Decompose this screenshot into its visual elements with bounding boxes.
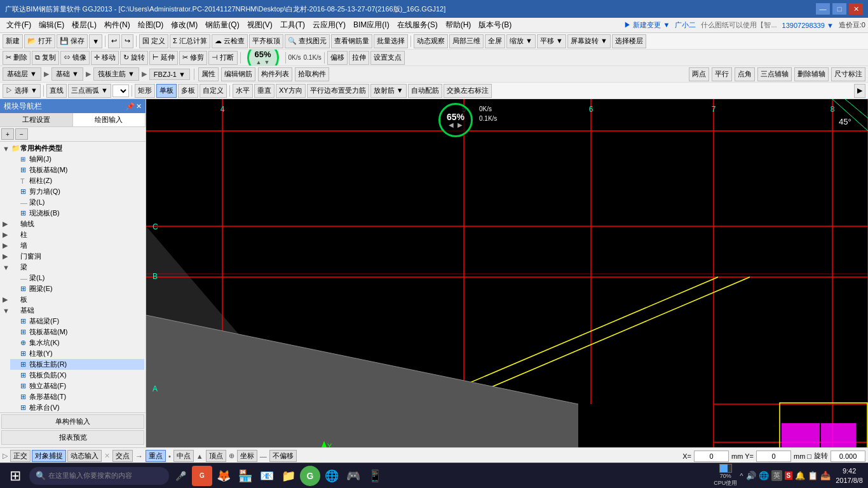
floor-dropdown[interactable]: 基础层 ▼ — [3, 67, 41, 81]
component-id-dropdown[interactable]: FBZJ-1 ▼ — [149, 69, 190, 80]
tab-project-settings[interactable]: 工程设置 — [0, 113, 73, 126]
line-type-select[interactable] — [112, 85, 129, 97]
snap-coord-btn[interactable]: 坐标 — [237, 450, 257, 462]
snap-dynamic-btn[interactable]: 动态输入 — [67, 450, 102, 462]
toggle-slab[interactable]: ▶ — [3, 295, 11, 304]
swap-lr-annot-btn[interactable]: 交换左右标注 — [444, 84, 492, 98]
view-steel-btn[interactable]: 查看钢筋量 — [331, 34, 372, 48]
category-dropdown[interactable]: 基础 ▼ — [51, 67, 83, 81]
point-angle-btn[interactable]: 点角 — [735, 67, 755, 81]
menu-draw[interactable]: 绘图(D) — [134, 18, 168, 32]
minimize-button[interactable]: — — [816, 3, 830, 15]
batch-select-btn[interactable]: 批量选择 — [374, 34, 408, 48]
sidebar-pin-btn[interactable]: 📌 — [126, 102, 135, 111]
tree-axis-grid[interactable]: ⊞ 轴网(J) — [10, 154, 144, 165]
menu-cloud-app[interactable]: 云应用(Y) — [309, 18, 349, 32]
menu-steel-qty[interactable]: 钢筋量(Q) — [201, 18, 243, 32]
tree-group-found[interactable]: ▼ 基础 — [1, 305, 144, 316]
toggle-wall[interactable]: ▶ — [3, 241, 11, 250]
taskbar-icon-globe[interactable]: 🌐 — [322, 466, 342, 486]
new-change-btn[interactable]: ▶ 新建变更 ▼ — [624, 20, 670, 30]
open-btn[interactable]: 📂 打开 — [24, 34, 55, 48]
multi-board-btn[interactable]: 多板 — [178, 84, 198, 98]
tray-chevron[interactable]: ^ — [740, 472, 743, 480]
properties-btn[interactable]: 属性 — [198, 67, 219, 81]
parallel-btn[interactable]: 平行 — [712, 67, 732, 81]
vertical-btn[interactable]: 垂直 — [254, 84, 275, 98]
tree-raft-neg-steel[interactable]: ⊞ 筏板负筋(X) — [10, 370, 144, 381]
sidebar-icon-add[interactable]: + — [1, 128, 14, 140]
guangxiao-btn[interactable]: 广小二 — [675, 20, 696, 30]
taskbar-icon-mail[interactable]: 📧 — [257, 466, 277, 486]
toggle-found[interactable]: ▼ — [3, 307, 11, 315]
tray-sogou[interactable]: S — [785, 471, 793, 480]
menu-online[interactable]: 在线服务(S) — [393, 18, 442, 32]
move-btn[interactable]: ✛ 移动 — [91, 51, 119, 65]
tray-network[interactable]: 🌐 — [759, 471, 769, 480]
close-button[interactable]: ✕ — [849, 3, 863, 15]
save-btn[interactable]: 💾 保存 — [57, 34, 88, 48]
tree-water-pit[interactable]: ⊕ 集水坑(K) — [10, 337, 144, 348]
start-button[interactable]: ⊞ — [3, 464, 28, 487]
save-dropdown-btn[interactable]: ▼ — [89, 34, 102, 48]
snap-nooffset-btn[interactable]: 不偏移 — [269, 450, 297, 462]
menu-tools[interactable]: 工具(T) — [276, 18, 309, 32]
find-elem-btn[interactable]: 🔍 查找图元 — [285, 34, 330, 48]
two-point-btn[interactable]: 两点 — [689, 67, 709, 81]
tree-cast-slab[interactable]: ⊞ 现浇板(B) — [10, 208, 144, 219]
tree-beam-l[interactable]: — 梁(L) — [10, 273, 144, 283]
menu-help[interactable]: 帮助(H) — [442, 18, 475, 32]
cloud-check-btn[interactable]: ☁ 云检查 — [212, 34, 248, 48]
snap-intersect-btn[interactable]: 交点 — [112, 450, 133, 462]
tray-more[interactable]: 📋 — [808, 471, 818, 480]
menu-edit[interactable]: 编辑(E) — [35, 18, 68, 32]
menu-view[interactable]: 视图(V) — [243, 18, 276, 32]
snap-center-btn[interactable]: 中点 — [173, 450, 194, 462]
taskbar-icon-folder[interactable]: 📁 — [278, 466, 299, 486]
offset-btn[interactable]: 偏移 — [327, 51, 348, 65]
arc-btn[interactable]: 三点画弧 ▼ — [68, 84, 111, 98]
stretch-btn[interactable]: 拉伸 — [349, 51, 369, 65]
xy-dir-btn[interactable]: XY方向 — [276, 84, 306, 98]
redo-btn[interactable]: ↪ — [121, 34, 133, 48]
component-list-btn[interactable]: 构件列表 — [258, 67, 292, 81]
select-layer-btn[interactable]: 选择楼层 — [612, 34, 646, 48]
x-input[interactable] — [694, 451, 729, 462]
delete-axis-btn[interactable]: 删除辅轴 — [794, 67, 829, 81]
calc-btn[interactable]: Σ 汇总计算 — [170, 34, 210, 48]
tree-ring-beam[interactable]: ⊞ 圈梁(E) — [10, 283, 144, 294]
screen-rotate-btn[interactable]: 屏幕旋转 ▼ — [567, 34, 611, 48]
pick-component-btn[interactable]: 拾取构件 — [295, 67, 329, 81]
rotate-input[interactable] — [831, 451, 865, 462]
snap-object-btn[interactable]: 对象捕捉 — [32, 450, 66, 462]
tree-group-wall[interactable]: ▶ 墙 — [1, 240, 144, 251]
tree-group-beam[interactable]: ▼ 梁 — [1, 262, 144, 273]
taskbar-icon-ggj[interactable]: G — [192, 466, 212, 486]
toggle-axis[interactable]: ▶ — [3, 220, 11, 228]
menu-bim[interactable]: BIM应用(I) — [349, 18, 393, 32]
rotate-btn[interactable]: ↻ 旋转 — [120, 51, 148, 65]
tray-sound[interactable]: 🔊 — [746, 471, 756, 480]
custom-btn[interactable]: 自定义 — [200, 84, 227, 98]
dynamic-view-btn[interactable]: 动态观察 — [414, 34, 448, 48]
tree-strip-found[interactable]: ⊞ 条形基础(T) — [10, 391, 144, 402]
radial-steel-btn[interactable]: 放射筋 ▼ — [370, 84, 407, 98]
tree-raft-main-steel[interactable]: ⊞ 筏板主筋(R) — [10, 359, 144, 370]
sidebar-close-btn[interactable]: ✕ — [136, 102, 142, 111]
report-preview-btn[interactable]: 报表预览 — [1, 430, 144, 445]
snap-vertex-btn[interactable]: 顶点 — [206, 450, 226, 462]
pan-btn[interactable]: 平移 ▼ — [537, 34, 566, 48]
extend-btn[interactable]: ⊢ 延伸 — [149, 51, 178, 65]
menu-component[interactable]: 构件(N) — [100, 18, 134, 32]
tree-raft-found[interactable]: ⊞ 筏板基础(M) — [10, 165, 144, 175]
sidebar-tree[interactable]: ▼ 📁 常用构件类型 ⊞ 轴网(J) ⊞ 筏板基础(M) — [0, 142, 146, 412]
fullscreen-btn[interactable]: 全屏 — [485, 34, 505, 48]
more-draw-btn[interactable]: ▶ — [854, 84, 865, 98]
toggle-openings[interactable]: ▶ — [3, 252, 11, 261]
sidebar-icon-minus[interactable]: − — [15, 128, 28, 140]
tree-group-axis[interactable]: ▶ 轴线 — [1, 219, 144, 229]
taskbar-icon-phone[interactable]: 📱 — [365, 466, 385, 486]
tree-frame-col[interactable]: T 框柱(Z) — [10, 175, 144, 186]
tree-pile-cap[interactable]: ⊞ 桩承台(V) — [10, 402, 144, 412]
tree-shear-wall[interactable]: ⊞ 剪力墙(Q) — [10, 186, 144, 197]
